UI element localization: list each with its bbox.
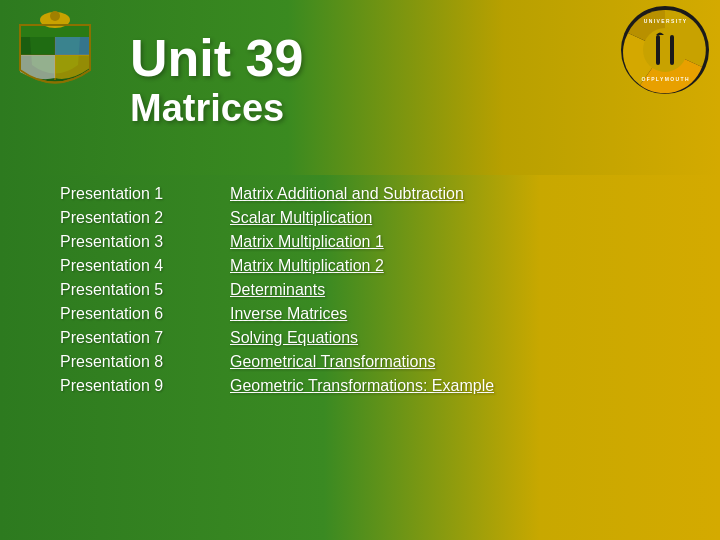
svg-point-2 <box>50 11 60 21</box>
presentation-link[interactable]: Determinants <box>230 281 325 299</box>
university-logo: U N I V E R S I T Y O F P L Y M O U T H <box>620 5 710 95</box>
svg-rect-7 <box>656 35 660 65</box>
presentation-link[interactable]: Matrix Multiplication 1 <box>230 233 384 251</box>
presentation-label: Presentation 8 <box>60 353 200 371</box>
table-row: Presentation 8Geometrical Transformation… <box>60 353 690 371</box>
presentation-link[interactable]: Matrix Multiplication 2 <box>230 257 384 275</box>
table-row: Presentation 4Matrix Multiplication 2 <box>60 257 690 275</box>
svg-text:O F  P L Y M O U T H: O F P L Y M O U T H <box>641 76 689 82</box>
presentation-label: Presentation 3 <box>60 233 200 251</box>
presentation-link[interactable]: Solving Equations <box>230 329 358 347</box>
title-area: Unit 39 Matrices <box>130 30 303 130</box>
presentations-table: Presentation 1Matrix Additional and Subt… <box>60 185 690 401</box>
presentation-label: Presentation 9 <box>60 377 200 395</box>
presentation-label: Presentation 4 <box>60 257 200 275</box>
table-row: Presentation 1Matrix Additional and Subt… <box>60 185 690 203</box>
presentation-link[interactable]: Scalar Multiplication <box>230 209 372 227</box>
presentation-label: Presentation 7 <box>60 329 200 347</box>
unit-number: Unit 39 <box>130 30 303 87</box>
presentation-label: Presentation 1 <box>60 185 200 203</box>
coat-of-arms-logo <box>10 10 100 100</box>
presentation-link[interactable]: Geometric Transformations: Example <box>230 377 494 395</box>
svg-point-6 <box>643 28 687 72</box>
presentation-label: Presentation 5 <box>60 281 200 299</box>
table-row: Presentation 5Determinants <box>60 281 690 299</box>
presentation-link[interactable]: Inverse Matrices <box>230 305 347 323</box>
presentation-link[interactable]: Geometrical Transformations <box>230 353 435 371</box>
presentation-link[interactable]: Matrix Additional and Subtraction <box>230 185 464 203</box>
svg-text:U N I V E R S I T Y: U N I V E R S I T Y <box>644 18 687 24</box>
table-row: Presentation 7Solving Equations <box>60 329 690 347</box>
presentation-label: Presentation 6 <box>60 305 200 323</box>
table-row: Presentation 6Inverse Matrices <box>60 305 690 323</box>
page: U N I V E R S I T Y O F P L Y M O U T H … <box>0 0 720 540</box>
svg-rect-8 <box>670 35 674 65</box>
table-row: Presentation 2Scalar Multiplication <box>60 209 690 227</box>
table-row: Presentation 3Matrix Multiplication 1 <box>60 233 690 251</box>
unit-name: Matrices <box>130 87 303 130</box>
header-background <box>0 0 720 175</box>
table-row: Presentation 9Geometric Transformations:… <box>60 377 690 395</box>
presentation-label: Presentation 2 <box>60 209 200 227</box>
